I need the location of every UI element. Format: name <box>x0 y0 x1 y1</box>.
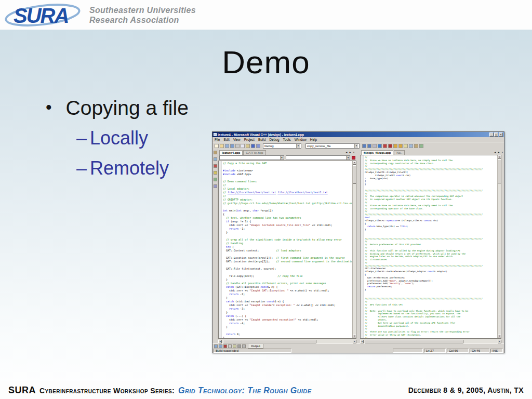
right-code-pane[interactable]: //// Since we have no instance data here… <box>360 155 501 339</box>
chevron-down-icon[interactable]: ▼ <box>346 156 350 159</box>
toolbox-icon[interactable] <box>414 144 418 148</box>
menu-tools[interactable]: Tools <box>283 138 291 141</box>
wizard-icon[interactable] <box>352 156 355 159</box>
members-combo[interactable]: ▼ <box>286 155 351 160</box>
paste-icon[interactable] <box>246 144 250 148</box>
stop-icon[interactable] <box>388 144 392 148</box>
tab-close-icon[interactable]: × <box>501 151 504 154</box>
open-file-icon[interactable] <box>220 144 224 148</box>
nav-backward-icon[interactable] <box>362 144 366 148</box>
left-tab-gatfile-hpp[interactable]: GATFile.hpp <box>243 150 265 155</box>
class-view-icon[interactable] <box>419 144 423 148</box>
chevron-down-icon[interactable]: ▼ <box>296 144 300 148</box>
types-combo[interactable]: ▼ <box>219 155 284 160</box>
new-file-icon[interactable] <box>215 144 219 148</box>
left-horizontal-scrollbar[interactable]: ◄ ► <box>218 339 356 343</box>
scrollbar-thumb[interactable] <box>353 165 356 184</box>
menu-window[interactable]: Window <box>295 138 307 141</box>
undo-icon[interactable] <box>251 144 255 148</box>
tab-scroll-right-icon[interactable]: ► <box>497 151 500 154</box>
code-line: return -1; <box>223 227 352 231</box>
code-line: // wrap all of the significant code insi… <box>223 238 352 242</box>
tab-output[interactable]: Output <box>248 344 263 349</box>
tab-scroll-left-icon[interactable]: ◄ <box>494 151 497 154</box>
nav-forward-icon[interactable] <box>367 144 371 148</box>
left-code-pane[interactable]: // Copy a file using the GAT #include <i… <box>218 161 356 339</box>
ide-title-bar[interactable]: lecture4 - Microsoft Visual C++ [design]… <box>212 132 504 137</box>
docked-toolbox-strip <box>212 149 218 339</box>
right-code-editor[interactable]: //// Since we have no instance data here… <box>365 156 497 338</box>
redo-icon[interactable] <box>256 144 260 148</box>
break-all-icon[interactable] <box>383 144 387 148</box>
server-explorer-icon[interactable] <box>214 157 217 161</box>
left-vertical-scrollbar[interactable]: ▲ ▼ <box>352 161 356 338</box>
find-combo[interactable]: copy_remote_file ▼ <box>305 143 360 149</box>
menu-edit[interactable]: Edit <box>223 138 229 141</box>
chevron-down-icon[interactable]: ▼ <box>280 156 284 159</box>
scroll-down-icon[interactable]: ▼ <box>353 335 356 338</box>
start-icon[interactable] <box>378 144 382 148</box>
menu-help[interactable]: Help <box>310 138 317 141</box>
right-horizontal-scrollbar[interactable]: ◄ ► <box>360 339 501 343</box>
app-icon <box>214 133 217 136</box>
save-icon[interactable] <box>225 144 229 148</box>
right-tab-no[interactable]: No.. <box>394 150 405 155</box>
scroll-left-icon[interactable]: ◄ <box>360 340 364 343</box>
properties-window-icon[interactable] <box>409 144 413 148</box>
right-tab-fileops-filecpi-cpp[interactable]: fileops_filecpi.cpp <box>361 150 393 155</box>
maximize-button[interactable]: □ <box>494 132 498 137</box>
minimize-button[interactable]: _ <box>489 132 494 137</box>
scroll-right-icon[interactable]: ► <box>498 340 501 343</box>
code-line: catch (...) { <box>223 314 352 318</box>
resource-view-icon[interactable] <box>214 184 217 188</box>
scroll-down-icon[interactable]: ▼ <box>498 335 501 338</box>
class-view-icon[interactable] <box>214 178 217 181</box>
copy-icon[interactable] <box>241 144 245 148</box>
menu-debug[interactable]: Debug <box>269 138 279 141</box>
footer-series-label: Cyberinfrastructure Workshop Series: <box>39 387 175 395</box>
menu-view[interactable]: View <box>233 138 241 141</box>
stop-icon[interactable] <box>223 344 227 348</box>
cut-icon[interactable] <box>235 144 240 148</box>
nav-fwd-icon[interactable] <box>219 344 222 348</box>
scrollbar-thumb[interactable] <box>365 340 463 343</box>
code-line <box>223 252 352 256</box>
scroll-right-icon[interactable]: ► <box>353 340 356 343</box>
word-wrap-icon[interactable] <box>233 344 236 348</box>
logo-org-line1: Southeastern Universities <box>89 5 196 15</box>
toolbox-icon[interactable] <box>214 151 217 154</box>
pane-splitter[interactable] <box>356 155 360 339</box>
nav-back-icon[interactable] <box>214 344 218 348</box>
menu-file[interactable]: File <box>215 138 220 141</box>
tab-close-icon[interactable]: × <box>352 151 355 154</box>
chevron-down-icon[interactable]: ▼ <box>354 144 358 148</box>
solution-config-combo[interactable]: Debug ▼ <box>263 143 301 149</box>
pin-icon[interactable] <box>237 344 241 348</box>
code-line: catch (std::bad_exception const& e) { <box>223 300 352 303</box>
code-line: // Demo command lines: <box>223 180 352 183</box>
scroll-left-icon[interactable]: ◄ <box>218 340 222 343</box>
menu-project[interactable]: Project <box>244 138 255 141</box>
step-into-icon[interactable] <box>393 144 397 148</box>
code-line: // <box>223 194 352 198</box>
build-icon[interactable] <box>373 144 377 148</box>
left-tab-lecture4-cpp[interactable]: lecture4.cpp <box>219 150 243 155</box>
scroll-up-icon[interactable]: ▲ <box>498 155 501 159</box>
save-all-icon[interactable] <box>230 144 234 148</box>
menu-build[interactable]: Build <box>258 138 265 141</box>
scroll-up-icon[interactable]: ▲ <box>353 161 356 165</box>
scrollbar-thumb[interactable] <box>223 340 316 343</box>
solution-explorer-icon[interactable] <box>404 144 408 148</box>
scrollbar-thumb[interactable] <box>498 159 501 183</box>
tab-scroll-right-icon[interactable]: ► <box>349 151 352 154</box>
find-symbol-icon[interactable] <box>214 171 217 175</box>
left-code-editor[interactable]: // Copy a file using the GAT #include <i… <box>223 162 352 338</box>
tab-scroll-left-icon[interactable]: ◄ <box>345 151 348 154</box>
expand-icon[interactable] <box>242 344 246 348</box>
step-over-icon[interactable] <box>398 144 403 148</box>
bookmark-icon[interactable] <box>214 164 217 168</box>
right-vertical-scrollbar[interactable]: ▲ ▼ <box>497 155 501 338</box>
clear-icon[interactable] <box>228 344 232 348</box>
close-button[interactable]: × <box>499 132 503 137</box>
logo-org-name: Southeastern Universities Research Assoc… <box>89 5 196 25</box>
